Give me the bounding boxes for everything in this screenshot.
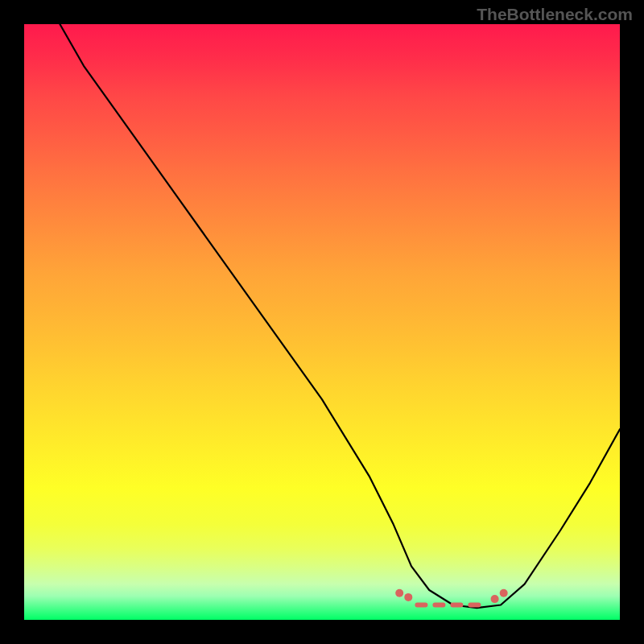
marker-dots-group xyxy=(395,589,508,603)
marker-dot xyxy=(395,589,403,597)
marker-dot xyxy=(500,589,508,597)
marker-dot xyxy=(404,593,412,601)
marker-dot xyxy=(491,595,499,603)
watermark-text: TheBottleneck.com xyxy=(477,5,633,24)
chart-plot-area xyxy=(24,24,620,620)
chart-svg xyxy=(24,24,620,620)
bottleneck-curve xyxy=(60,24,620,608)
